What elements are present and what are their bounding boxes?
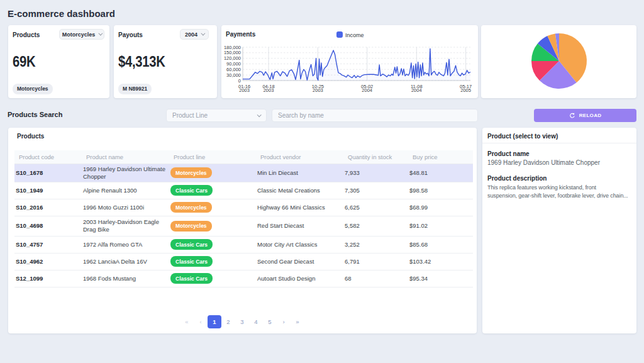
svg-text:90,000: 90,000 xyxy=(226,61,241,67)
svg-text:180,000: 180,000 xyxy=(224,45,241,50)
svg-text:0: 0 xyxy=(238,78,241,84)
svg-text:30,000: 30,000 xyxy=(226,72,241,78)
svg-text:2004: 2004 xyxy=(362,87,372,93)
svg-text:2003: 2003 xyxy=(313,87,323,93)
svg-text:2003: 2003 xyxy=(239,87,250,93)
svg-text:150,000: 150,000 xyxy=(224,50,241,55)
svg-text:2005: 2005 xyxy=(460,87,471,93)
svg-text:120,000: 120,000 xyxy=(224,55,241,61)
svg-text:60,000: 60,000 xyxy=(226,67,241,72)
svg-text:2004: 2004 xyxy=(411,87,422,93)
svg-text:2003: 2003 xyxy=(264,87,274,93)
